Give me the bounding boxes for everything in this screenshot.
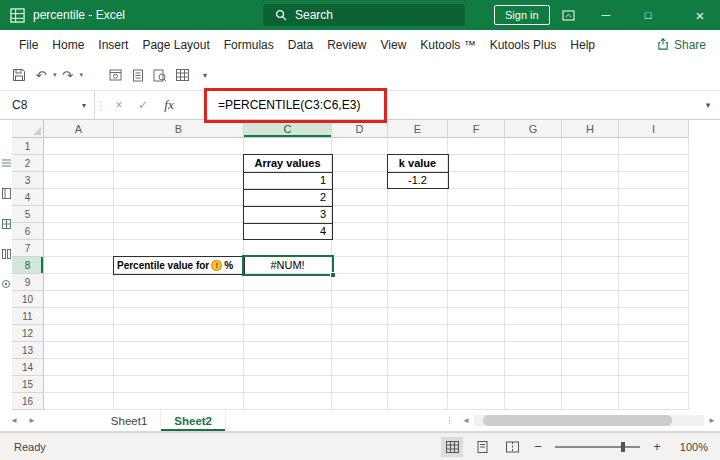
cell-H8[interactable] [562, 257, 619, 274]
cell-G8[interactable] [505, 257, 562, 274]
formula-bar-handle-icon[interactable]: ⋮ [95, 100, 107, 111]
cell-G9[interactable] [505, 274, 562, 291]
cell-E11[interactable] [388, 308, 448, 325]
preview-icon[interactable] [105, 64, 127, 86]
cell-C9[interactable] [244, 274, 332, 291]
sign-in-button[interactable]: Sign in [494, 5, 550, 25]
cell-D13[interactable] [332, 342, 388, 359]
page-break-preview-icon[interactable] [501, 437, 523, 457]
cell-H4[interactable] [562, 189, 619, 206]
zoom-slider[interactable] [555, 446, 640, 448]
minimize-button[interactable]: ─ [590, 0, 622, 30]
column-header-C[interactable]: C [244, 120, 332, 138]
maximize-button[interactable]: □ [632, 0, 664, 30]
cell-F8[interactable] [448, 257, 505, 274]
cell-B2[interactable] [114, 155, 244, 172]
cell-F2[interactable] [448, 155, 505, 172]
row-header-15[interactable]: 15 [12, 376, 44, 393]
cell-H15[interactable] [562, 376, 619, 393]
row-header-1[interactable]: 1 [12, 138, 44, 155]
cell-G12[interactable] [505, 325, 562, 342]
cell-E1[interactable] [388, 138, 448, 155]
ribbon-tab-page-layout[interactable]: Page Layout [135, 38, 216, 52]
ribbon-tab-formulas[interactable]: Formulas [217, 38, 281, 52]
cell-D12[interactable] [332, 325, 388, 342]
scroll-left-icon[interactable]: ◄ [458, 416, 474, 425]
pane-grid-icon[interactable] [2, 219, 11, 229]
cell-B7[interactable] [114, 240, 244, 257]
cell-D10[interactable] [332, 291, 388, 308]
row-header-4[interactable]: 4 [12, 189, 44, 206]
cell-H12[interactable] [562, 325, 619, 342]
select-all-corner[interactable] [12, 120, 44, 138]
cell-C4[interactable]: 2 [244, 189, 332, 206]
cell-G3[interactable] [505, 172, 562, 189]
cell-D5[interactable] [332, 206, 388, 223]
cell-G7[interactable] [505, 240, 562, 257]
cell-H3[interactable] [562, 172, 619, 189]
scrollbar-track[interactable] [474, 415, 704, 426]
cell-H2[interactable] [562, 155, 619, 172]
cell-E4[interactable] [388, 189, 448, 206]
cell-B6[interactable] [114, 223, 244, 240]
close-button[interactable]: × [680, 0, 720, 30]
cell-D3[interactable] [332, 172, 388, 189]
cell-G13[interactable] [505, 342, 562, 359]
cell-A9[interactable] [44, 274, 114, 291]
cell-C2[interactable]: Array values [244, 155, 332, 172]
ribbon-tab-file[interactable]: File [12, 38, 45, 52]
cell-C1[interactable] [244, 138, 332, 155]
cell-G2[interactable] [505, 155, 562, 172]
zoom-out-icon[interactable]: − [531, 439, 545, 454]
cell-A2[interactable] [44, 155, 114, 172]
sheet-tab-sheet2[interactable]: Sheet2 [161, 410, 226, 431]
cell-C10[interactable] [244, 291, 332, 308]
row-header-14[interactable]: 14 [12, 359, 44, 376]
undo-button[interactable]: ↶▾ [30, 64, 57, 86]
ribbon-display-options-icon[interactable] [552, 0, 584, 30]
cell-A3[interactable] [44, 172, 114, 189]
cell-E15[interactable] [388, 376, 448, 393]
ribbon-tab-data[interactable]: Data [281, 38, 320, 52]
toolbar-overflow-icon[interactable]: ▾ [203, 71, 207, 80]
scrollbar-resize-handle-icon[interactable]: ⋮ [445, 415, 454, 425]
column-header-F[interactable]: F [448, 120, 505, 138]
cell-E14[interactable] [388, 359, 448, 376]
cell-I14[interactable] [619, 359, 689, 376]
table-icon[interactable] [171, 64, 193, 86]
cell-H13[interactable] [562, 342, 619, 359]
zoom-slider-thumb[interactable] [621, 442, 625, 452]
row-header-7[interactable]: 7 [12, 240, 44, 257]
cell-F13[interactable] [448, 342, 505, 359]
save-icon[interactable] [8, 64, 30, 86]
scroll-right-icon[interactable]: ► [704, 416, 720, 425]
cell-C5[interactable]: 3 [244, 206, 332, 223]
cell-F6[interactable] [448, 223, 505, 240]
column-header-B[interactable]: B [114, 120, 244, 138]
sheet-tab-sheet1[interactable]: Sheet1 [98, 410, 161, 431]
cell-H14[interactable] [562, 359, 619, 376]
cell-F3[interactable] [448, 172, 505, 189]
cell-A11[interactable] [44, 308, 114, 325]
cell-E2[interactable]: k value [388, 155, 448, 172]
cell-B9[interactable] [114, 274, 244, 291]
cell-I8[interactable] [619, 257, 689, 274]
scrollbar-thumb[interactable] [483, 415, 672, 426]
cell-F11[interactable] [448, 308, 505, 325]
cell-E5[interactable] [388, 206, 448, 223]
cell-C14[interactable] [244, 359, 332, 376]
error-warning-icon[interactable]: ! [211, 260, 222, 271]
cell-D8[interactable] [332, 257, 388, 274]
cell-A10[interactable] [44, 291, 114, 308]
cell-I15[interactable] [619, 376, 689, 393]
cell-G6[interactable] [505, 223, 562, 240]
row-header-2[interactable]: 2 [12, 155, 44, 172]
row-header-6[interactable]: 6 [12, 223, 44, 240]
cell-I6[interactable] [619, 223, 689, 240]
zoom-in-icon[interactable]: + [650, 439, 664, 454]
search-box[interactable]: Search [263, 4, 465, 26]
cell-F1[interactable] [448, 138, 505, 155]
cell-I12[interactable] [619, 325, 689, 342]
row-header-3[interactable]: 3 [12, 172, 44, 189]
zoom-page-icon[interactable] [149, 64, 171, 86]
